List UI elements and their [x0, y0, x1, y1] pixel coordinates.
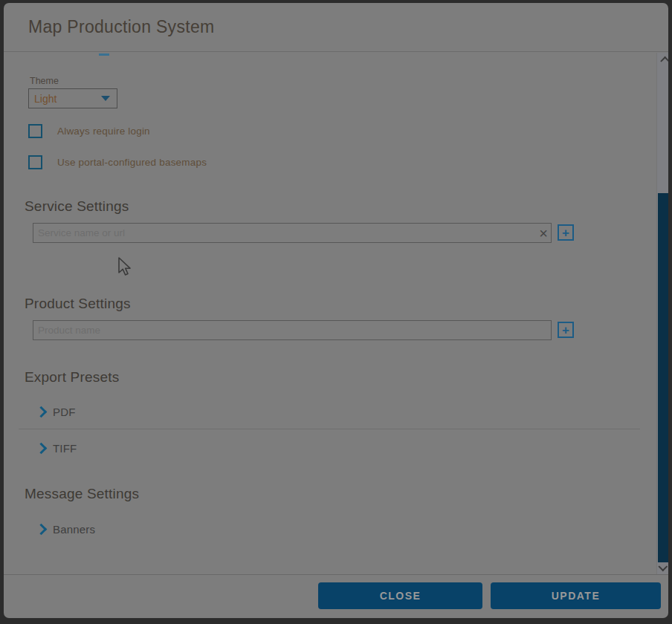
message-banners-label: Banners [53, 523, 95, 536]
service-settings-heading: Service Settings [25, 198, 129, 215]
scrollbar-thumb[interactable] [658, 193, 668, 562]
checkbox-row-portal-basemaps[interactable]: Use portal-configured basemaps [28, 155, 207, 169]
portal-basemaps-checkbox[interactable] [28, 155, 42, 169]
theme-label: Theme [30, 76, 59, 86]
mouse-cursor [118, 257, 132, 276]
row-divider [19, 429, 640, 429]
export-preset-tiff-label: TIFF [53, 442, 77, 455]
export-preset-tiff-row[interactable]: TIFF [37, 439, 77, 457]
checkbox-row-always-require-login[interactable]: Always require login [28, 123, 150, 138]
dialog-scroll-content: Theme Light Always require login Use por… [4, 53, 668, 574]
chevron-right-icon [36, 523, 48, 535]
clear-input-icon[interactable]: × [535, 223, 552, 243]
export-preset-pdf-row[interactable]: PDF [37, 403, 76, 420]
export-presets-heading: Export Presets [25, 369, 119, 386]
dialog-title: Map Production System [28, 17, 214, 37]
portal-basemaps-label[interactable]: Use portal-configured basemaps [57, 157, 207, 168]
vertical-scrollbar[interactable] [656, 53, 668, 574]
product-name-input[interactable] [33, 320, 552, 340]
clipped-element-fragment [99, 53, 109, 56]
map-production-system-dialog: Map Production System Theme Light Always… [4, 3, 668, 618]
theme-select-value: Light [34, 93, 56, 105]
add-service-button[interactable]: + [558, 224, 574, 241]
add-product-button[interactable]: + [558, 322, 574, 338]
always-require-login-label[interactable]: Always require login [57, 126, 150, 137]
chevron-down-icon [101, 96, 110, 101]
chevron-right-icon [36, 442, 48, 454]
close-button[interactable]: CLOSE [318, 582, 482, 609]
theme-select[interactable]: Light [28, 88, 117, 108]
update-button[interactable]: UPDATE [491, 582, 661, 609]
export-preset-pdf-label: PDF [53, 406, 76, 418]
scroll-down-arrow-icon[interactable] [657, 561, 668, 573]
chevron-right-icon [36, 406, 48, 417]
plus-icon: + [562, 324, 569, 337]
product-settings-heading: Product Settings [25, 296, 131, 312]
always-require-login-checkbox[interactable] [28, 124, 42, 138]
scroll-up-arrow-icon[interactable] [657, 54, 668, 66]
plus-icon: + [562, 227, 569, 239]
dialog-footer: CLOSE UPDATE [4, 574, 668, 618]
message-settings-heading: Message Settings [25, 486, 139, 502]
message-banners-row[interactable]: Banners [37, 520, 95, 538]
service-name-input[interactable] [33, 223, 552, 243]
dialog-title-bar: Map Production System [4, 3, 668, 52]
